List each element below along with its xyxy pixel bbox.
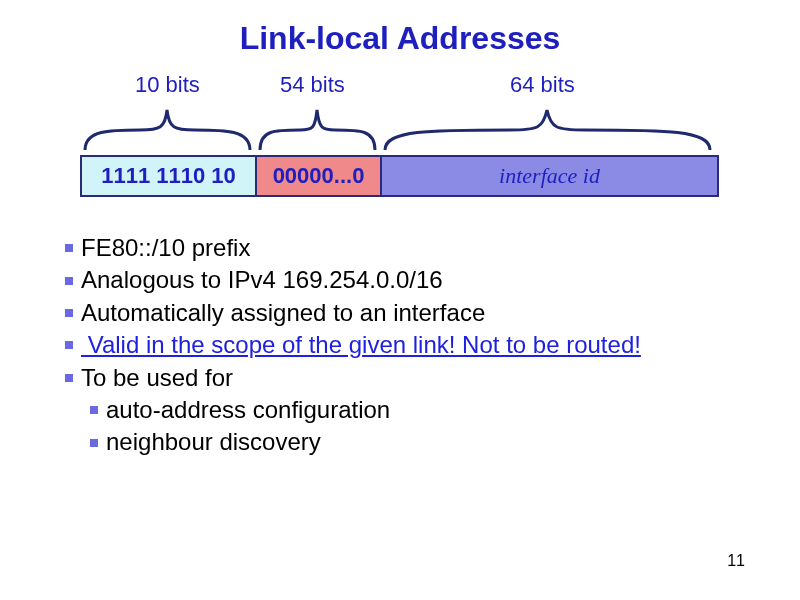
bits-label-10: 10 bits <box>135 72 200 98</box>
field-prefix: 1111 1110 10 <box>82 157 257 195</box>
brace-1 <box>80 100 255 155</box>
page-title: Link-local Addresses <box>0 20 800 57</box>
bullet-prefix: FE80::/10 prefix <box>65 232 740 264</box>
sub-bullet-neighbour-text: neighbour discovery <box>106 428 321 455</box>
sub-bullet-neighbour: neighbour discovery <box>90 426 740 458</box>
field-zeros: 00000...0 <box>257 157 382 195</box>
bullet-used-for: To be used for <box>65 362 740 394</box>
bullet-analogous-text: Analogous to IPv4 169.254.0.0/16 <box>81 266 443 293</box>
bullet-prefix-text: FE80::/10 prefix <box>81 234 250 261</box>
bullet-auto-assigned: Automatically assigned to an interface <box>65 297 740 329</box>
bits-label-64: 64 bits <box>510 72 575 98</box>
field-interface-id: interface id <box>382 157 717 195</box>
address-fields: 1111 1110 10 00000...0 interface id <box>80 155 719 197</box>
bullet-auto-assigned-text: Automatically assigned to an interface <box>81 299 485 326</box>
bits-label-54: 54 bits <box>280 72 345 98</box>
page-number: 11 <box>727 552 745 570</box>
address-diagram: 10 bits 54 bits 64 bits 1111 1110 10 000… <box>80 72 720 202</box>
bullet-valid-scope: Valid in the scope of the given link! No… <box>65 329 740 361</box>
brace-2 <box>255 100 380 155</box>
sub-bullet-autoconf-text: auto-address configuration <box>106 396 390 423</box>
brace-3 <box>380 100 715 155</box>
bullet-valid-scope-text: Valid in the scope of the given link! No… <box>81 331 641 358</box>
content-body: FE80::/10 prefix Analogous to IPv4 169.2… <box>65 232 740 459</box>
bullet-analogous: Analogous to IPv4 169.254.0.0/16 <box>65 264 740 296</box>
bullet-used-for-text: To be used for <box>81 364 233 391</box>
sub-bullet-autoconf: auto-address configuration <box>90 394 740 426</box>
